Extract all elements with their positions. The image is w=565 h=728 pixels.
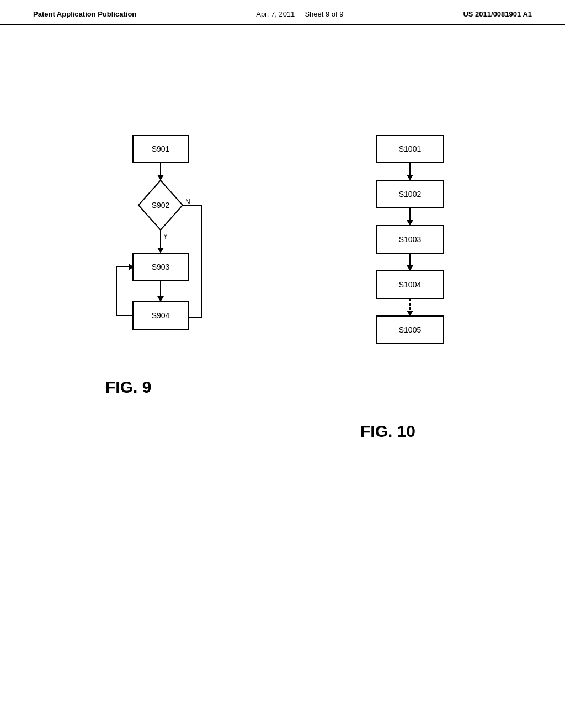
svg-text:S1002: S1002: [399, 190, 422, 199]
svg-text:S1001: S1001: [399, 144, 422, 153]
fig10-flowchart: S1001 S1002 S1003 S1004 S1005: [366, 135, 454, 411]
svg-marker-31: [407, 220, 413, 226]
page-header: Patent Application Publication Apr. 7, 2…: [0, 0, 565, 25]
fig9-container: S901 S902 N Y S903: [100, 135, 221, 397]
header-sheet: Sheet 9 of 9: [305, 10, 343, 18]
svg-text:S1003: S1003: [399, 235, 422, 244]
svg-text:S903: S903: [152, 263, 170, 271]
svg-text:Y: Y: [163, 233, 168, 240]
header-publication: Patent Application Publication: [33, 10, 136, 18]
svg-marker-35: [407, 265, 413, 271]
svg-marker-39: [407, 311, 413, 316]
svg-text:S902: S902: [152, 201, 170, 210]
svg-marker-17: [157, 296, 164, 302]
svg-text:N: N: [185, 198, 190, 206]
header-patent-number: US 2011/0081901 A1: [463, 10, 532, 18]
svg-text:S904: S904: [152, 311, 170, 320]
svg-text:S1005: S1005: [399, 325, 422, 334]
svg-text:S1004: S1004: [399, 280, 422, 289]
fig9-flowchart: S901 S902 N Y S903: [100, 135, 221, 367]
fig10-container: S1001 S1002 S1003 S1004 S1005: [355, 135, 465, 441]
fig9-label: FIG. 9: [105, 378, 151, 397]
svg-marker-13: [157, 248, 164, 253]
svg-text:S901: S901: [152, 144, 170, 153]
fig10-label: FIG. 10: [360, 422, 415, 441]
svg-marker-27: [407, 175, 413, 180]
header-date-sheet: Apr. 7, 2011 Sheet 9 of 9: [256, 10, 343, 18]
main-content: S901 S902 N Y S903: [0, 25, 565, 441]
header-date: Apr. 7, 2011: [256, 10, 295, 18]
